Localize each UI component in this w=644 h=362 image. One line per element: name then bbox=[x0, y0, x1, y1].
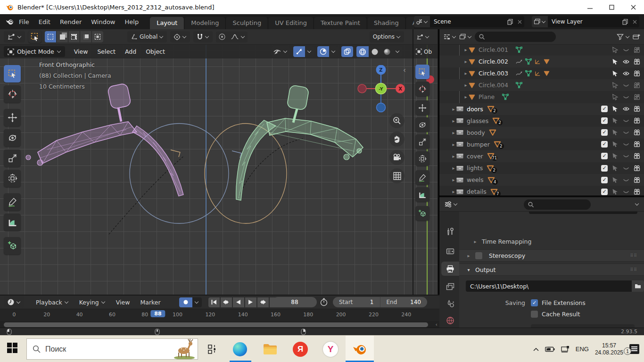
timeline-menu-playback[interactable]: Playback bbox=[31, 299, 74, 306]
outliner-row-weels[interactable]: ▸weels4✓ bbox=[439, 174, 644, 186]
tab-animation[interactable]: Ani bbox=[406, 17, 414, 29]
taskbar-search-input[interactable]: Поиск bbox=[26, 338, 198, 360]
shading-solid-button[interactable] bbox=[369, 46, 381, 57]
gizmo-dropdown[interactable] bbox=[305, 46, 314, 57]
tool-cursor-icon[interactable] bbox=[415, 82, 429, 96]
disable-render-icon[interactable] bbox=[634, 129, 640, 136]
expand-arrow[interactable]: ▸ bbox=[451, 118, 456, 123]
file-extensions-checkbox[interactable]: ✓ bbox=[531, 299, 538, 306]
tool-annotate-icon[interactable] bbox=[4, 193, 21, 211]
panel-output[interactable]: ▾ Output ⠿⠿ bbox=[459, 263, 644, 276]
camera-view-icon[interactable] bbox=[389, 150, 405, 165]
scene-name[interactable]: Scene bbox=[430, 18, 505, 25]
edge-browser-icon[interactable] bbox=[231, 340, 249, 358]
view-layer-name[interactable]: View Layer bbox=[548, 18, 620, 25]
expand-arrow[interactable]: ▸ bbox=[451, 107, 456, 112]
show-overlays-toggle[interactable] bbox=[317, 46, 329, 57]
disable-render-icon[interactable] bbox=[634, 177, 640, 183]
timeline-menu-marker[interactable]: Marker bbox=[135, 299, 165, 306]
tool-measure-icon[interactable] bbox=[4, 214, 21, 231]
tab-uv-editing[interactable]: UV Editing bbox=[268, 17, 314, 29]
panel-time-remapping[interactable]: ▸Time Remapping bbox=[459, 235, 644, 247]
disable-render-icon[interactable] bbox=[634, 153, 640, 159]
outliner-search-input[interactable] bbox=[475, 32, 556, 42]
expand-arrow[interactable]: ▸ bbox=[463, 94, 469, 99]
remove-view-layer-icon[interactable] bbox=[630, 20, 639, 24]
tool-move-icon[interactable] bbox=[415, 100, 429, 115]
editor-type-button[interactable] bbox=[4, 31, 25, 42]
tool-select-box-icon[interactable] bbox=[4, 65, 21, 82]
cache-result-checkbox[interactable] bbox=[531, 311, 538, 318]
tool-scale-icon[interactable] bbox=[415, 134, 429, 149]
copy-scene-icon[interactable] bbox=[505, 19, 515, 25]
tab-tool-properties[interactable] bbox=[441, 224, 459, 239]
notification-center-icon[interactable]: 1 bbox=[629, 344, 639, 354]
collection-exclude-checkbox[interactable]: ✓ bbox=[601, 106, 608, 112]
use-preview-range-icon[interactable] bbox=[320, 298, 328, 306]
view-layer-icon[interactable] bbox=[532, 16, 548, 27]
new-collection-button[interactable] bbox=[633, 33, 640, 41]
scene-selector[interactable]: Scene bbox=[414, 16, 524, 27]
properties-search-input[interactable] bbox=[524, 199, 591, 210]
disable-render-icon[interactable] bbox=[634, 189, 640, 195]
select-invert-mode[interactable] bbox=[80, 31, 91, 42]
navigation-gizmo[interactable]: Z X -Y bbox=[355, 65, 407, 118]
viewport-menu-object[interactable]: Object bbox=[141, 48, 169, 55]
tool-rotate-icon[interactable] bbox=[4, 129, 21, 147]
panel-stereoscopy[interactable]: ▸ Stereoscopy ⠿⠿ bbox=[459, 249, 644, 262]
play-reverse-button[interactable] bbox=[233, 297, 244, 307]
select-state-icon[interactable] bbox=[612, 106, 619, 112]
disable-render-icon[interactable] bbox=[634, 117, 640, 124]
outliner-row-Circle.002[interactable]: ▸Circle.002 bbox=[439, 56, 644, 67]
outliner-row-Circle.001[interactable]: ▸Circle.001 bbox=[439, 44, 644, 56]
keying-dropdown[interactable] bbox=[192, 297, 202, 307]
timeline-menu-keying[interactable]: Keying bbox=[74, 299, 111, 306]
tab-shading[interactable]: Shading bbox=[367, 17, 406, 29]
end-frame-field[interactable]: End140 bbox=[380, 297, 428, 307]
tab-render-properties[interactable] bbox=[441, 244, 459, 258]
properties-options-dropdown[interactable] bbox=[635, 202, 639, 206]
start-button[interactable] bbox=[7, 342, 18, 354]
task-view-icon[interactable] bbox=[204, 340, 222, 358]
select-state-icon[interactable] bbox=[612, 70, 619, 77]
disable-render-icon[interactable] bbox=[634, 141, 640, 148]
hide-viewport-icon[interactable] bbox=[623, 106, 629, 112]
outliner-filter-button[interactable] bbox=[617, 33, 630, 40]
jump-to-start-button[interactable] bbox=[208, 297, 220, 307]
expand-arrow[interactable]: ▸ bbox=[451, 177, 456, 182]
browse-folder-icon[interactable] bbox=[632, 280, 644, 292]
shading-material-button[interactable] bbox=[381, 46, 393, 57]
tab-world-properties[interactable] bbox=[441, 313, 459, 328]
tab-modeling[interactable]: Modeling bbox=[184, 17, 226, 29]
expand-arrow[interactable]: ▸ bbox=[451, 154, 456, 159]
view-layer-selector[interactable]: View Layer bbox=[532, 16, 639, 27]
collection-exclude-checkbox[interactable]: ✓ bbox=[601, 129, 608, 136]
show-gizmo-toggle[interactable] bbox=[293, 46, 305, 57]
pivot-point-dropdown[interactable] bbox=[170, 31, 190, 42]
hide-viewport-icon[interactable] bbox=[623, 177, 629, 183]
viewport-3d-narrow[interactable]: Ob bbox=[413, 29, 438, 295]
timeline-scrollbar[interactable]: ‹ bbox=[0, 321, 439, 328]
overlays-dropdown[interactable] bbox=[329, 46, 338, 57]
menu-help[interactable]: Help bbox=[120, 18, 144, 25]
hide-viewport-icon[interactable] bbox=[623, 47, 629, 53]
menu-window[interactable]: Window bbox=[86, 18, 120, 25]
outliner-row-details[interactable]: ▸details7✓ bbox=[439, 186, 644, 196]
shading-dropdown[interactable] bbox=[393, 46, 402, 57]
hide-viewport-icon[interactable] bbox=[623, 189, 629, 195]
shading-wireframe-button[interactable] bbox=[356, 46, 369, 57]
object-types-visibility-dropdown[interactable] bbox=[271, 46, 290, 57]
unlink-scene-icon[interactable] bbox=[515, 20, 524, 24]
yandex-browser-icon[interactable]: Я bbox=[291, 340, 309, 358]
zoom-icon[interactable] bbox=[389, 113, 405, 128]
file-format-dropdown[interactable]: FFmpeg Video bbox=[531, 324, 635, 328]
tool-move-icon[interactable] bbox=[4, 109, 21, 126]
collection-exclude-checkbox[interactable]: ✓ bbox=[601, 117, 608, 124]
outliner-row-cover[interactable]: ▸cover71✓ bbox=[439, 150, 644, 162]
hide-viewport-icon[interactable] bbox=[623, 129, 629, 136]
disable-render-icon[interactable] bbox=[634, 82, 640, 89]
outliner-row-Circle.004[interactable]: ▸Circle.004 bbox=[439, 79, 644, 91]
tray-chevron-icon[interactable] bbox=[533, 347, 539, 351]
playhead-badge[interactable]: 88 bbox=[150, 310, 165, 317]
select-set-mode[interactable] bbox=[45, 31, 56, 42]
